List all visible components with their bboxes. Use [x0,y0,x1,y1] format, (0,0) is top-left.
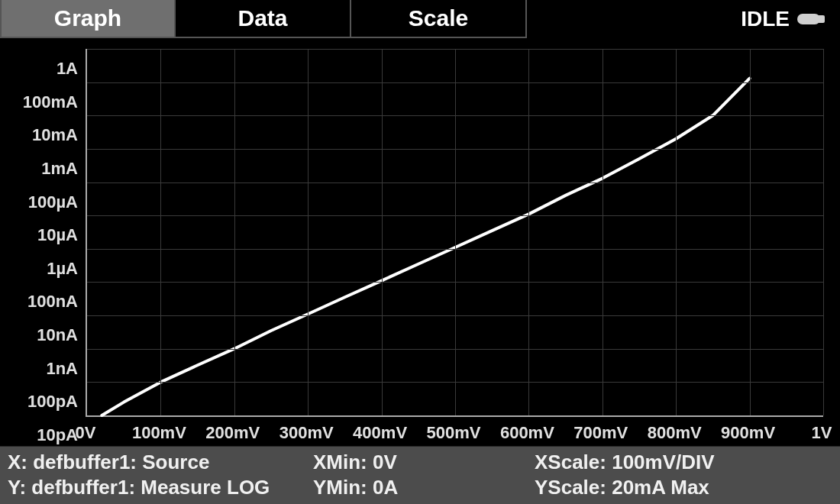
info-xscale: XScale: 100mV/DIV [535,450,832,475]
plot-grid [86,49,823,417]
gridline-vertical [455,49,456,415]
tab-data[interactable]: Data [176,0,351,38]
status-indicator-icon [797,14,820,24]
gridline-horizontal [87,49,823,50]
gridline-horizontal [87,149,823,150]
plot-area[interactable]: 0V100mV200mV300mV400mV500mV600mV700mV800… [0,38,840,446]
gridline-horizontal [87,82,823,83]
x-tick-label: 500mV [427,423,481,443]
info-ymin: YMin: 0A [313,475,535,500]
instrument-status: IDLE [741,0,840,38]
y-tick-label: 1A [57,59,82,79]
gridline-horizontal [87,315,823,316]
axis-info-bar: X: defbuffer1: Source XMin: 0V XScale: 1… [0,446,840,504]
gridline-vertical [234,49,235,415]
x-tick-label: 900mV [721,423,775,443]
gridline-horizontal [87,115,823,116]
info-yscale: YScale: 20mA Max [535,475,832,500]
gridline-vertical [528,49,529,415]
x-tick-label: 800mV [648,423,702,443]
gridline-vertical [382,49,383,415]
y-tick-label: 100pA [27,392,82,412]
status-text: IDLE [741,7,790,31]
y-tick-label: 100mA [23,92,82,112]
smu-graph-screen: Graph Data Scale IDLE 0V100mV200mV300mV4… [0,0,840,504]
gridline-vertical [603,49,603,415]
y-tick-label: 10mA [32,125,82,145]
x-tick-label: 600mV [500,423,554,443]
x-tick-label: 200mV [205,423,260,443]
y-tick-label: 10µA [37,225,82,245]
gridline-horizontal [87,282,823,283]
gridline-horizontal [87,183,823,183]
gridline-vertical [823,49,824,415]
gridline-vertical [308,49,309,415]
x-tick-label: 300mV [279,423,334,443]
x-tick-label: 100mV [132,423,186,443]
y-tick-label: 10pA [37,425,82,445]
y-tick-label: 1mA [41,159,82,179]
gridline-horizontal [87,349,823,350]
y-tick-label: 100nA [27,292,82,312]
y-tick-label: 1µA [47,259,82,279]
x-tick-label: 1V [812,423,832,443]
y-tick-label: 1nA [46,359,82,379]
tab-graph[interactable]: Graph [0,0,176,38]
tab-bar: Graph Data Scale IDLE [0,0,840,38]
gridline-vertical [160,49,161,415]
info-x-source: X: defbuffer1: Source [8,450,313,475]
gridline-horizontal [87,249,823,250]
gridline-horizontal [87,382,823,383]
tabbar-spacer [527,0,741,38]
gridline-vertical [676,49,677,415]
y-tick-label: 100µA [28,192,82,212]
y-tick-label: 10nA [37,325,82,345]
x-tick-label: 700mV [573,423,628,443]
x-tick-label: 400mV [353,423,407,443]
gridline-horizontal [87,215,823,216]
gridline-vertical [750,49,751,415]
tab-scale[interactable]: Scale [351,0,527,38]
info-xmin: XMin: 0V [313,450,535,475]
info-y-source: Y: defbuffer1: Measure LOG [8,475,313,500]
